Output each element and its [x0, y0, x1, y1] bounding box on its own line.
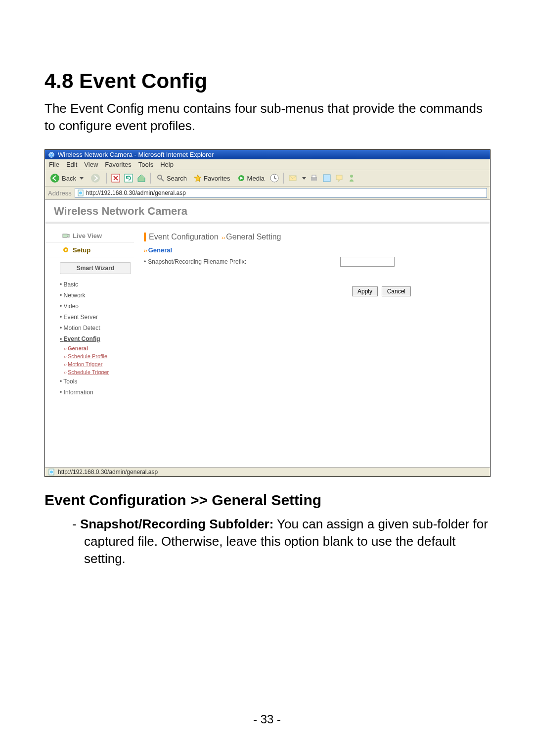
menu-edit[interactable]: Edit [66, 161, 77, 168]
svg-point-14 [350, 175, 353, 178]
refresh-icon[interactable] [124, 173, 134, 183]
sidebar-tab-setup[interactable]: Setup [45, 243, 134, 257]
toolbar-separator [106, 173, 107, 184]
nav-information[interactable]: • Information [60, 387, 131, 398]
search-icon [157, 174, 165, 182]
svg-point-16 [79, 191, 82, 194]
svg-point-1 [50, 174, 59, 183]
back-button[interactable]: Back [48, 172, 86, 184]
subnav-schedule-trigger[interactable]: ››Schedule Trigger [64, 368, 131, 376]
svg-point-5 [158, 175, 162, 179]
address-input[interactable]: http://192.168.0.30/admin/general.asp [75, 188, 487, 198]
svg-rect-11 [312, 175, 316, 178]
sidebar-tab-label: Setup [73, 246, 90, 254]
address-url-text: http://192.168.0.30/admin/general.asp [86, 189, 186, 196]
svg-point-2 [91, 174, 100, 183]
page-icon [48, 469, 55, 475]
menu-view[interactable]: View [84, 161, 98, 168]
history-icon[interactable] [269, 173, 279, 183]
window-title: Wireless Network Camera - Microsoft Inte… [58, 151, 214, 158]
window-titlebar: Wireless Network Camera - Microsoft Inte… [45, 150, 490, 159]
address-label: Address [48, 189, 72, 197]
nav-motion-detect[interactable]: • Motion Detect [60, 323, 131, 333]
back-label: Back [62, 175, 76, 182]
subsection-heading: Event Configuration >> General Setting [44, 492, 490, 509]
filename-prefix-input[interactable] [340, 257, 395, 267]
subnav-schedule-profile[interactable]: ››Schedule Profile [64, 352, 131, 360]
camera-icon [62, 232, 70, 239]
search-button[interactable]: Search [155, 173, 189, 183]
svg-rect-17 [63, 234, 67, 237]
browser-window: Wireless Network Camera - Microsoft Inte… [44, 149, 490, 477]
edit-icon[interactable] [322, 173, 332, 183]
page-icon [77, 189, 84, 196]
chevron-down-icon [80, 177, 84, 180]
nav-event-server[interactable]: • Event Server [60, 312, 131, 323]
forward-button[interactable] [89, 172, 102, 184]
nav-basic[interactable]: • Basic [60, 279, 131, 290]
chevron-right-icon: ›› [222, 235, 225, 240]
subnav-motion-trigger[interactable]: ››Motion Trigger [64, 360, 131, 368]
sidebar-tab-live-view[interactable]: Live View [45, 229, 134, 243]
chevron-right-icon: ›› [144, 248, 147, 253]
sidebar-tab-label: Live View [73, 232, 102, 239]
section-heading: 4.8 Event Config [44, 69, 490, 93]
nav-tools[interactable]: • Tools [60, 376, 131, 387]
svg-line-6 [161, 179, 164, 181]
sidebar: Live View Setup Smart Wizard • Basic • N… [45, 224, 134, 411]
crumb-b: General Setting [226, 233, 281, 241]
filename-prefix-row: Snapshot/Recording Filename Prefix: [144, 257, 480, 267]
bullet-label: Snapshot/Recording Subfolder: [80, 517, 273, 531]
address-bar: Address http://192.168.0.30/admin/genera… [45, 187, 490, 200]
back-icon [50, 173, 60, 183]
brand-title: Wireless Network Camera [45, 200, 490, 224]
intro-paragraph: The Event Config menu contains four sub-… [44, 100, 490, 135]
print-icon[interactable] [309, 173, 319, 183]
cancel-button[interactable]: Cancel [382, 286, 411, 296]
section-header: ››General [144, 246, 480, 254]
apply-button[interactable]: Apply [352, 286, 378, 296]
stop-icon[interactable] [111, 173, 121, 183]
svg-point-21 [50, 471, 53, 473]
gear-icon [62, 246, 70, 254]
svg-rect-13 [336, 175, 342, 180]
toolbar-separator [150, 173, 151, 184]
favorites-label: Favorites [204, 175, 230, 182]
menu-tools[interactable]: Tools [138, 161, 153, 168]
event-config-subnav: ››General ››Schedule Profile ››Motion Tr… [64, 344, 131, 376]
crumb-a: Event Configuration [149, 233, 221, 241]
breadcrumb: Event Configuration ››General Setting [144, 233, 480, 241]
home-icon[interactable] [136, 173, 146, 183]
status-url: http://192.168.0.30/admin/general.asp [58, 469, 158, 475]
toolbar-separator [283, 173, 284, 184]
menu-bar: File Edit View Favorites Tools Help [45, 159, 490, 170]
main-panel: Event Configuration ››General Setting ››… [134, 224, 490, 411]
menu-favorites[interactable]: Favorites [105, 161, 131, 168]
media-label: Media [247, 175, 265, 182]
toolbar: Back Search [45, 170, 490, 187]
search-label: Search [167, 175, 187, 182]
bullet-paragraph: - Snapshot/Recording Subfolder: You can … [44, 516, 490, 567]
media-icon [237, 174, 245, 182]
svg-point-0 [49, 152, 54, 157]
svg-point-19 [65, 249, 67, 251]
nav-event-config[interactable]: • Event Config [60, 333, 131, 344]
mail-icon[interactable] [288, 173, 298, 183]
page-number: - 33 - [0, 712, 534, 726]
ie-logo-icon [48, 151, 55, 158]
nav-network[interactable]: • Network [60, 290, 131, 301]
button-row: Apply Cancel [144, 286, 480, 296]
subnav-general[interactable]: ››General [64, 344, 131, 352]
svg-rect-12 [323, 175, 330, 182]
page-content: Wireless Network Camera Live View Setup [45, 200, 490, 467]
favorites-button[interactable]: Favorites [192, 173, 232, 183]
menu-help[interactable]: Help [160, 161, 174, 168]
smart-wizard-button[interactable]: Smart Wizard [60, 262, 131, 274]
media-button[interactable]: Media [235, 173, 267, 183]
messenger-icon[interactable] [348, 173, 357, 183]
status-bar: http://192.168.0.30/admin/general.asp [45, 467, 490, 476]
menu-file[interactable]: File [49, 161, 59, 168]
discuss-icon[interactable] [335, 173, 345, 183]
nav-video[interactable]: • Video [60, 301, 131, 312]
forward-icon [90, 173, 100, 183]
